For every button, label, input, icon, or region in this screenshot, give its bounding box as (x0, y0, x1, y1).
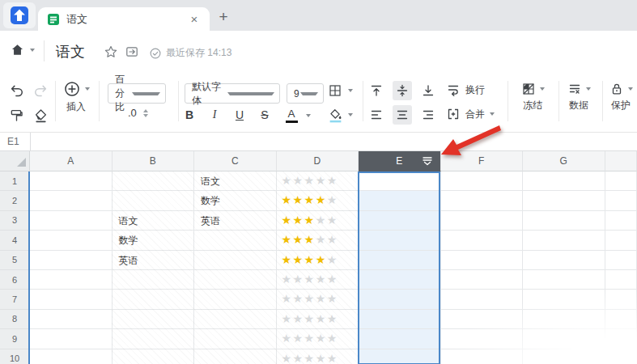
cell-C4[interactable] (194, 231, 277, 250)
freeze-panes-button[interactable]: 冻结 (512, 82, 554, 112)
row-header-2[interactable]: 2 (0, 191, 30, 210)
cell-A10[interactable] (30, 349, 113, 364)
select-all-corner[interactable] (0, 151, 30, 171)
protect-button[interactable]: 保护 (602, 82, 637, 112)
cell-H9[interactable] (605, 329, 637, 349)
undo-button[interactable] (6, 81, 26, 100)
column-header-partial[interactable] (605, 151, 637, 171)
cell-H7[interactable] (605, 290, 637, 309)
cell-D6-rating[interactable]: ★★★★★ (277, 270, 359, 290)
cell-B10[interactable] (113, 349, 195, 364)
home-button[interactable] (10, 42, 35, 57)
cell-B2[interactable] (113, 191, 195, 210)
cell-G6[interactable] (523, 270, 605, 290)
cell-A1[interactable] (30, 171, 113, 191)
valign-bottom-button[interactable] (418, 81, 438, 100)
cell-E2[interactable] (359, 191, 441, 210)
save-status-button[interactable] (147, 45, 163, 61)
cell-F6[interactable] (441, 270, 524, 290)
cell-F8[interactable] (441, 310, 524, 329)
app-logo-button[interactable] (3, 2, 36, 28)
cell-G8[interactable] (523, 310, 605, 329)
cell-B5[interactable]: 英语 (113, 251, 195, 270)
row-header-1[interactable]: 1 (0, 171, 30, 191)
cell-H8[interactable] (605, 310, 637, 329)
cell-H2[interactable] (605, 191, 637, 210)
cell-C7[interactable] (194, 290, 277, 309)
row-header-6[interactable]: 6 (0, 270, 30, 290)
cell-D1-rating[interactable]: ★★★★★ (277, 171, 359, 191)
cell-F4[interactable] (441, 231, 524, 250)
halign-center-button[interactable] (393, 105, 412, 125)
underline-button[interactable]: U (230, 105, 249, 125)
cell-H5[interactable] (605, 251, 637, 270)
cell-E4[interactable] (359, 231, 441, 250)
row-header-4[interactable]: 4 (0, 231, 30, 250)
cell-A8[interactable] (30, 310, 113, 329)
name-box[interactable]: E1 (7, 136, 19, 147)
cell-D3-rating[interactable]: ★★★★★ (277, 211, 359, 231)
cell-D9-rating[interactable]: ★★★★★ (277, 329, 359, 349)
cell-E10[interactable] (359, 349, 441, 364)
cell-G7[interactable] (523, 290, 605, 309)
number-format-select[interactable]: 百分比 (108, 83, 166, 104)
cell-H1[interactable] (605, 171, 637, 191)
column-header-C[interactable]: C (194, 151, 277, 171)
column-header-B[interactable]: B (113, 151, 195, 171)
cell-A7[interactable] (30, 290, 113, 309)
cell-E8[interactable] (359, 310, 441, 329)
cell-A9[interactable] (30, 329, 113, 349)
cell-F9[interactable] (441, 329, 524, 349)
bold-button[interactable]: B (180, 105, 199, 125)
cell-G1[interactable] (523, 171, 605, 191)
row-header-7[interactable]: 7 (0, 290, 30, 309)
cell-C2[interactable]: 数学 (194, 191, 277, 210)
cell-H4[interactable] (605, 231, 637, 250)
column-header-E-selected[interactable]: E (359, 151, 441, 171)
font-color-button[interactable]: A (282, 106, 301, 125)
borders-button[interactable] (325, 81, 345, 100)
cell-B7[interactable] (113, 290, 195, 309)
cell-G5[interactable] (523, 251, 605, 270)
format-painter-button[interactable] (6, 105, 26, 125)
wrap-text-button[interactable]: 换行 (446, 83, 485, 97)
cell-B8[interactable] (113, 310, 195, 329)
row-header-5[interactable]: 5 (0, 251, 30, 270)
cell-G4[interactable] (523, 231, 605, 250)
cell-G9[interactable] (523, 329, 605, 349)
cell-H10[interactable] (605, 349, 637, 364)
new-tab-button[interactable]: + (213, 6, 234, 28)
cell-E5[interactable] (359, 251, 441, 270)
column-header-A[interactable]: A (30, 151, 113, 171)
data-button[interactable]: 数据 (558, 82, 600, 112)
font-size-select[interactable]: 9 (287, 83, 324, 104)
cell-F7[interactable] (441, 290, 524, 309)
cell-G10[interactable] (523, 349, 605, 364)
row-header-3[interactable]: 3 (0, 211, 30, 231)
row-header-10[interactable]: 10 (0, 349, 30, 364)
cell-A3[interactable] (30, 211, 113, 231)
decimal-stepper[interactable]: .0 (128, 107, 148, 119)
cell-D5-rating[interactable]: ★★★★★ (277, 251, 359, 270)
cell-D2-rating[interactable]: ★★★★★ (277, 191, 359, 210)
row-header-9[interactable]: 9 (0, 329, 30, 349)
valign-middle-button[interactable] (393, 81, 412, 100)
italic-button[interactable]: I (205, 105, 224, 125)
cell-E3[interactable] (359, 211, 441, 231)
cell-F3[interactable] (441, 211, 524, 231)
redo-button[interactable] (31, 81, 50, 100)
cell-C10[interactable] (194, 349, 277, 364)
cell-D4-rating[interactable]: ★★★★★ (277, 231, 359, 250)
cell-F10[interactable] (441, 349, 524, 364)
cell-B6[interactable] (113, 270, 195, 290)
cell-B1[interactable] (113, 171, 195, 191)
font-color-caret-icon[interactable] (306, 114, 311, 117)
cell-D10-rating[interactable]: ★★★★★ (277, 349, 359, 364)
borders-caret-icon[interactable] (348, 89, 353, 92)
column-header-G[interactable]: G (523, 151, 605, 171)
cell-D7-rating[interactable]: ★★★★★ (277, 290, 359, 309)
cell-A2[interactable] (30, 191, 113, 210)
cell-B4[interactable]: 数学 (113, 231, 195, 250)
strikethrough-button[interactable]: S (255, 105, 274, 125)
cell-A6[interactable] (30, 270, 113, 290)
